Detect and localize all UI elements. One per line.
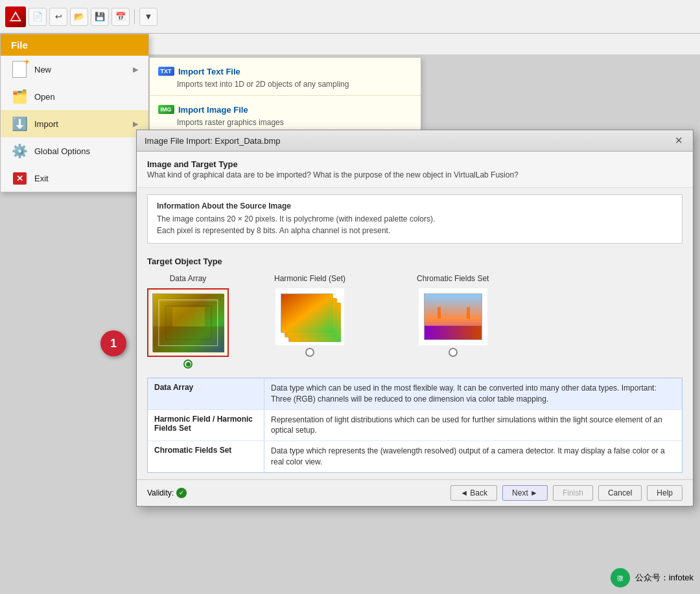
new-icon: ✦ [11, 61, 28, 78]
harmonic-field-label: Harmonic Field (Set) [274, 274, 345, 283]
desc-text-harmonic: Representation of light distributions wh… [264, 410, 682, 441]
annotation-1: 1 [100, 330, 126, 356]
menu-item-new[interactable]: ✦ New ▶ [1, 56, 148, 83]
import-icon: ⬇️ [11, 115, 28, 132]
gear-icon: ⚙️ [11, 143, 28, 159]
watermark-label: 公众号：infotek [635, 572, 694, 584]
menu-item-exit-label: Exit [34, 174, 49, 183]
harmonic-field-card[interactable] [275, 288, 344, 345]
desc-label-data-array: Data Array [148, 378, 264, 409]
target-data-array[interactable]: Data Array [147, 274, 229, 369]
data-array-radio[interactable] [183, 360, 192, 369]
info-box-line1: The image contains 20 × 20 pixels. It is… [157, 213, 673, 225]
desc-row-chromatic[interactable]: Chromatic Fields Set Data type which rep… [148, 441, 682, 472]
dialog-header-section: Image and Target Type What kind of graph… [137, 152, 693, 188]
svg-rect-11 [428, 317, 480, 319]
menu-item-exit[interactable]: ✕ Exit [1, 165, 148, 192]
target-section: Target Object Type Data Array [137, 250, 693, 378]
info-box: Information About the Source Image The i… [147, 194, 682, 244]
chromatic-fields-thumbnail [424, 293, 482, 340]
data-array-card[interactable] [147, 288, 229, 357]
save-button[interactable]: 💾 [91, 8, 109, 26]
dialog-titlebar: Image File Import: Export_Data.bmp ✕ [137, 130, 693, 152]
chromatic-fields-label: Chromatic Fields Set [417, 274, 489, 283]
import-image-item[interactable]: IMG Import Image File Imports raster gra… [150, 96, 421, 134]
watermark: 微 公众号：infotek [611, 568, 694, 588]
import-text-desc: Imports text into 1D or 2D objects of an… [159, 80, 412, 89]
menu-item-global-options-label: Global Options [34, 146, 90, 156]
section-title: Image and Target Type [147, 159, 682, 169]
svg-rect-13 [467, 307, 470, 319]
menu-item-import[interactable]: ⬇️ Import ▶ [1, 110, 148, 137]
svg-rect-4 [166, 306, 211, 339]
dialog-title: Image File Import: Export_Data.bmp [145, 136, 281, 146]
description-table: Data Array Data type which can be used i… [147, 378, 682, 473]
validity-area: Validity: ✓ [147, 488, 187, 498]
desc-text-data-array: Data type which can be used in the most … [264, 378, 682, 409]
back-button[interactable]: ◄ Back [450, 485, 497, 501]
menu-item-global-options[interactable]: ⚙️ Global Options [1, 137, 148, 165]
toolbar: 📄 ↩ 📂 💾 📅 ▼ [0, 0, 700, 34]
menu-item-new-label: New [34, 65, 51, 74]
open-icon: 🗂️ [11, 88, 28, 105]
new-button[interactable]: 📄 [29, 8, 47, 26]
cancel-button[interactable]: Cancel [598, 485, 642, 501]
svg-rect-5 [153, 326, 224, 352]
calendar-button[interactable]: 📅 [111, 8, 130, 26]
validity-label: Validity: [147, 488, 174, 497]
import-image-desc: Imports raster graphics images [159, 118, 412, 127]
harmonic-field-radio[interactable] [305, 348, 314, 357]
menu-item-import-label: Import [34, 119, 58, 129]
chromatic-fields-radio[interactable] [449, 348, 458, 357]
desc-label-harmonic: Harmonic Field / Harmonic Fields Set [148, 410, 264, 441]
desc-text-chromatic: Data type which represents the (waveleng… [264, 441, 682, 472]
info-box-title: Information About the Source Image [157, 201, 673, 211]
next-button[interactable]: Next ► [502, 485, 548, 501]
svg-rect-9 [281, 294, 333, 333]
help-button[interactable]: Help [647, 485, 682, 501]
import-text-icon: TXT [159, 64, 173, 78]
exit-icon: ✕ [11, 170, 28, 187]
import-submenu: TXT Import Text File Imports text into 1… [149, 57, 421, 135]
data-array-radio-row [183, 360, 192, 369]
import-arrow: ▶ [133, 120, 138, 128]
desc-label-chromatic: Chromatic Fields Set [148, 441, 264, 472]
finish-button: Finish [553, 485, 593, 501]
desc-row-harmonic[interactable]: Harmonic Field / Harmonic Fields Set Rep… [148, 410, 682, 442]
file-menu: File ✦ New ▶ 🗂️ Open ⬇️ Import ▶ ⚙️ Glob… [0, 34, 149, 192]
import-text-item[interactable]: TXT Import Text File Imports text into 1… [150, 58, 421, 96]
import-image-title: IMG Import Image File [159, 102, 412, 117]
target-harmonic-field[interactable]: Harmonic Field (Set) [274, 274, 345, 357]
import-dialog: Image File Import: Export_Data.bmp ✕ Ima… [136, 130, 694, 507]
chromatic-fields-card[interactable] [419, 288, 487, 345]
dialog-footer: Validity: ✓ ◄ Back Next ► Finish Cancel … [137, 479, 693, 506]
validity-icon: ✓ [176, 488, 187, 498]
dialog-close-button[interactable]: ✕ [672, 134, 685, 147]
open-button[interactable]: 📂 [70, 8, 88, 26]
import-text-title: TXT Import Text File [159, 64, 412, 78]
down-button[interactable]: ▼ [139, 8, 158, 26]
menu-item-open-label: Open [34, 92, 55, 102]
file-menu-header: File [1, 34, 148, 56]
watermark-icon: 微 [611, 568, 630, 588]
svg-rect-12 [438, 307, 441, 319]
harmonic-field-radio-row [305, 348, 314, 357]
target-options: Data Array [147, 274, 682, 369]
svg-text:微: 微 [617, 575, 624, 582]
target-chromatic-fields[interactable]: Chromatic Fields Set [417, 274, 489, 357]
info-box-line2: Each pixel is represented by 8 bits. An … [157, 225, 673, 236]
chromatic-fields-radio-row [449, 348, 458, 357]
desc-row-data-array[interactable]: Data Array Data type which can be used i… [148, 378, 682, 410]
app-logo [5, 6, 26, 27]
data-array-thumbnail [152, 293, 224, 352]
section-desc: What kind of graphical data are to be im… [147, 170, 682, 179]
toolbar-separator [134, 10, 135, 24]
menu-item-open[interactable]: 🗂️ Open [1, 83, 148, 110]
target-section-title: Target Object Type [147, 257, 682, 266]
harmonic-field-thumbnail [281, 293, 339, 340]
import-image-icon: IMG [159, 102, 173, 117]
svg-rect-3 [159, 301, 218, 346]
svg-rect-6 [172, 307, 205, 326]
data-array-label: Data Array [170, 274, 207, 283]
undo-button[interactable]: ↩ [49, 8, 67, 26]
